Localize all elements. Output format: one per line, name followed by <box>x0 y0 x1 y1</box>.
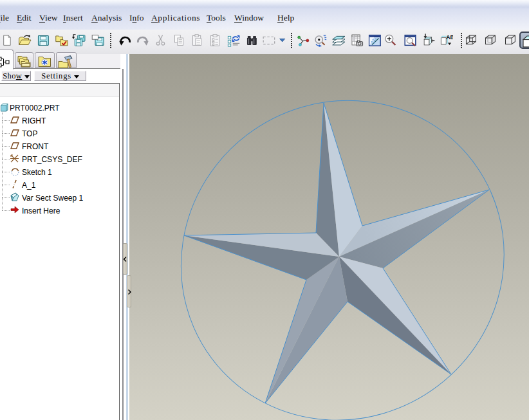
svg-text:AB: AB <box>446 34 453 41</box>
